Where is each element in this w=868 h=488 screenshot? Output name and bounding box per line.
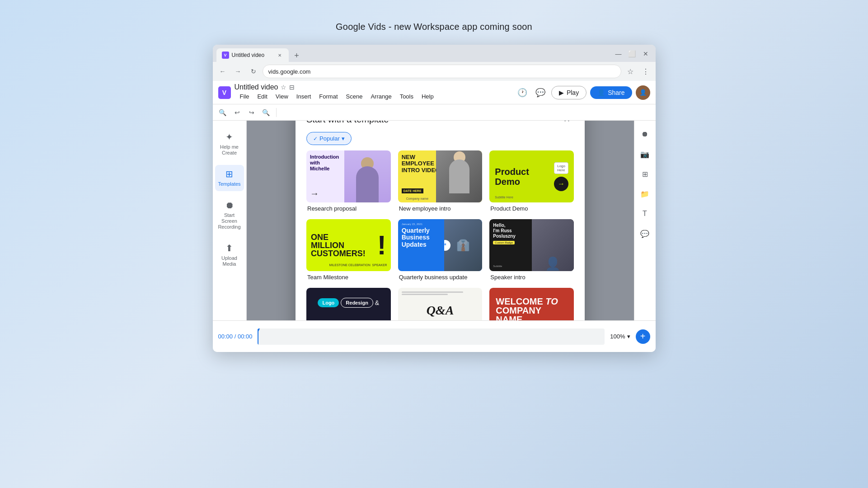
template-item-qa[interactable]: Q&A Q&A [398,288,483,320]
menu-help[interactable]: Help [418,91,437,102]
comments-button[interactable]: 💬 [533,85,548,100]
modal-header: Start with a template ✕ [296,121,585,132]
current-time: 00:00 [218,333,233,340]
bookmark-icon[interactable]: ☆ [624,65,637,78]
template-item-quarterly-update[interactable]: January 15, 2021 QuarterlyBusinessUpdate… [398,219,483,281]
folder-panel-button[interactable]: 📁 [637,186,653,202]
app-logo: V [218,86,231,99]
menu-tools[interactable]: Tools [396,91,417,102]
speaker-right: 👤 [532,219,574,271]
address-bar[interactable]: vids.google.com [263,65,621,78]
undo-button[interactable]: ↩ [231,106,244,119]
redo-button[interactable]: ↪ [245,106,258,119]
intro-title: Introductionwith Michelle [310,154,341,172]
forward-button[interactable]: → [232,65,244,78]
template-name-new-employee: New employee intro [398,205,483,212]
sparkle-icon: ✦ [225,131,233,142]
zoom-dropdown-icon[interactable]: ▾ [627,333,630,340]
modal-close-button[interactable]: ✕ [559,121,574,127]
total-time: 00:00 [238,333,253,340]
template-name-team-milestone: Team Milestone [306,274,391,281]
intro-left: Introductionwith Michelle → [306,150,344,202]
template-item-speaker-intro[interactable]: Hello,I'm RussPosluszny Custom Badge Sub… [489,219,574,281]
time-display: 00:00 / 00:00 [218,333,253,340]
intro-arrow-icon: → [310,188,341,199]
more-options-icon[interactable]: ⋮ [639,65,652,78]
sidebar-item-help-me-create[interactable]: ✦ Help me Create [215,128,244,160]
menu-arrange[interactable]: Arrange [367,91,395,102]
milestone-exclaim: ! [377,232,386,259]
minimize-button[interactable]: — [612,47,625,60]
template-item-product-demo[interactable]: ProductDemo LogoHere → Subtitle Here Pro… [489,150,574,212]
template-item-logo-redesign[interactable]: Logo Redesign & Visual Identity Logo red… [306,288,391,320]
template-item-intro-michelle[interactable]: Introductionwith Michelle → [306,150,391,212]
menu-format[interactable]: Format [315,91,341,102]
modal-overlay: Start with a template ✕ ✓ Popular ▾ [247,121,634,320]
template-thumb-intro-michelle: Introductionwith Michelle → [306,150,391,202]
user-avatar[interactable]: 👤 [636,85,650,100]
page-title: Google Vids - new Workspace app coming s… [336,22,532,32]
folder-icon[interactable]: ⊟ [289,84,295,91]
maximize-button[interactable]: ⬜ [626,47,638,60]
sidebar-label-screen-recording: Start Screen Recording [217,212,242,230]
timeline: 00:00 / 00:00 100% ▾ + [213,320,656,352]
template-item-team-milestone[interactable]: ONEMILLIONCUSTOMERS! ! MILESTONE CELEBRA… [306,219,391,281]
toolbar-separator [276,108,277,117]
right-sidebar: ⏺ 📷 ⊞ 📁 T 💬 [634,121,656,320]
menu-insert[interactable]: Insert [293,91,315,102]
add-scene-button[interactable]: + [636,329,650,344]
menu-edit[interactable]: Edit [253,91,271,102]
star-icon[interactable]: ☆ [281,84,286,91]
record-panel-button[interactable]: ⏺ [637,126,653,142]
modal-filter: ✓ Popular ▾ [296,132,585,150]
sidebar-item-templates[interactable]: ⊞ Templates [215,165,244,191]
sidebar-label-help-me-create: Help me Create [217,144,242,156]
template-thumb-team-milestone: ONEMILLIONCUSTOMERS! ! MILESTONE CELEBRA… [306,219,391,271]
template-thumb-new-employee: NEWEMPLOYEEINTRO VIDEO DATE HERE [398,150,483,202]
popular-filter-chip[interactable]: ✓ Popular ▾ [306,132,352,145]
template-name-product-demo: Product Demo [489,205,574,212]
reload-button[interactable]: ↻ [247,65,260,78]
layout-panel-button[interactable]: ⊞ [637,166,653,182]
search-toolbar-button[interactable]: 🔍 [216,106,229,119]
template-item-welcome[interactable]: WELCOME ToCOMPANY NAME Subtitle or logo … [489,288,574,320]
menu-view[interactable]: View [272,91,292,102]
left-sidebar: ✦ Help me Create ⊞ Templates ⏺ Start Scr… [213,121,247,320]
app-toolbar: V Untitled video ☆ ⊟ File Edit View Inse… [213,81,656,104]
camera-panel-button[interactable]: 📷 [637,146,653,162]
speaker-badge: Custom Badge [493,241,515,244]
text-panel-button[interactable]: T [637,206,653,222]
browser-tab[interactable]: V Untitled video ✕ [216,48,289,62]
close-window-button[interactable]: ✕ [639,47,652,60]
sidebar-item-upload-media[interactable]: ⬆ Upload Media [215,239,244,271]
product-arrow-icon: → [554,177,568,191]
zoom-button[interactable]: 🔍 [260,106,272,119]
back-button[interactable]: ← [216,65,229,78]
speaker-photo: 👤 [532,219,574,271]
play-icon: ▶ [559,89,564,96]
menu-scene[interactable]: Scene [343,91,366,102]
new-tab-button[interactable]: + [291,49,303,62]
workspace: ✦ Help me Create ⊞ Templates ⏺ Start Scr… [213,121,656,320]
share-button[interactable]: 👤 Share [590,86,632,99]
tab-close-icon[interactable]: ✕ [276,52,283,59]
history-button[interactable]: 🕐 [515,85,530,100]
tab-favicon: V [222,52,229,59]
app-content: V Untitled video ☆ ⊟ File Edit View Inse… [213,81,656,352]
tag-redesign: Redesign [341,298,373,308]
check-icon: ✓ [313,136,318,142]
milestone-title: ONEMILLIONCUSTOMERS! [311,233,375,258]
template-thumb-qa: Q&A [398,288,483,320]
tag-and: & [375,299,379,306]
intro-person [344,150,391,202]
chat-panel-button[interactable]: 💬 [637,225,653,242]
emp-star-icon: ★ [402,197,405,201]
sidebar-item-screen-recording[interactable]: ⏺ Start Screen Recording [215,197,244,234]
menu-file[interactable]: File [236,91,253,102]
sidebar-label-upload-media: Upload Media [217,255,242,267]
timeline-track[interactable] [258,328,605,345]
modal-content: Introductionwith Michelle → [296,150,585,320]
template-item-new-employee[interactable]: NEWEMPLOYEEINTRO VIDEO DATE HERE [398,150,483,212]
welcome-italic: To [545,296,558,306]
play-button[interactable]: ▶ Play [551,86,586,99]
